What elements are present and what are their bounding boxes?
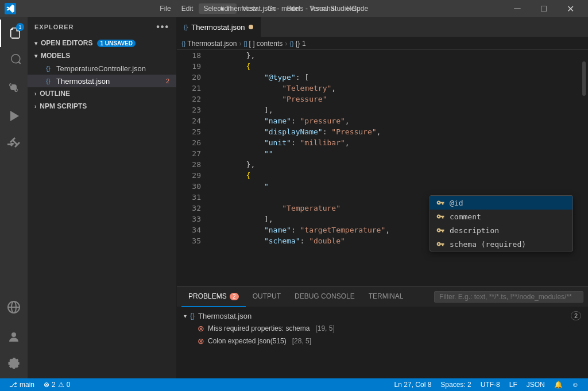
code-line: "" <box>206 148 580 159</box>
sidebar: EXPLORER ••• ▾ OPEN EDITORS 1 UNSAVED ▾ … <box>28 17 177 378</box>
activity-source-control[interactable] <box>0 75 28 102</box>
code-line: "unit": "millibar", <box>206 137 580 148</box>
npm-chevron: › <box>34 103 36 110</box>
window-controls: ─ □ ✕ <box>504 0 583 17</box>
autocomplete-text: schema (required) <box>450 240 526 249</box>
menu-file[interactable]: File <box>155 3 175 14</box>
editor-content[interactable]: 181920212223242526272829303132333435 }, … <box>177 50 588 287</box>
error-icon-0: ⊗ <box>198 324 204 333</box>
models-chevron: ▾ <box>34 53 37 59</box>
panel-tab-output[interactable]: OUTPUT <box>246 287 288 307</box>
autocomplete-icon <box>436 212 445 221</box>
error-badge: 2 <box>166 78 169 84</box>
breadcrumb-contents[interactable]: [] [ ] contents <box>243 40 283 48</box>
tab-label: Thermostat.json <box>191 23 245 32</box>
filter-input[interactable] <box>434 291 583 303</box>
open-editors-chevron: ▾ <box>34 40 37 47</box>
status-right: Ln 27, Col 8 Spaces: 2 UTF-8 LF JSON 🔔 ☺ <box>390 378 583 391</box>
status-cursor[interactable]: Ln 27, Col 8 <box>390 378 436 391</box>
group-json-icon: {} <box>190 312 195 320</box>
activity-settings[interactable] <box>0 351 28 378</box>
panel-tab-debug-console[interactable]: DEBUG CONSOLE <box>288 287 362 307</box>
status-git[interactable]: ⎇ main <box>5 378 39 391</box>
panel-filter[interactable] <box>434 291 583 303</box>
status-notifications[interactable]: 🔔 <box>550 378 567 391</box>
menu-edit[interactable]: Edit <box>177 3 198 14</box>
code-line: "Telemetry", <box>206 83 580 94</box>
close-button[interactable]: ✕ <box>557 0 583 17</box>
code-line: { <box>206 170 580 181</box>
outline-label: OUTLINE <box>40 90 70 98</box>
activity-extensions[interactable] <box>0 130 28 157</box>
group-chevron: ▾ <box>184 313 187 319</box>
file-name-thermostat: Thermostat.json <box>56 77 110 86</box>
activity-search[interactable] <box>0 47 28 75</box>
models-header[interactable]: ▾ MODELS <box>28 49 176 62</box>
autocomplete-item[interactable]: @id <box>430 196 572 210</box>
activity-remote[interactable] <box>0 293 28 321</box>
vscode-logo <box>5 3 16 14</box>
code-line: "Pressure" <box>206 94 580 104</box>
status-encoding[interactable]: UTF-8 <box>476 378 505 391</box>
panel-tab-terminal[interactable]: TERMINAL <box>362 287 411 307</box>
status-left: ⎇ main ⊗ 2 ⚠ 0 <box>5 378 75 391</box>
main-container: 1 EXPLORER ••• ▾ <box>0 17 588 378</box>
warning-icon: ⚠ <box>58 381 64 389</box>
vertical-scrollbar[interactable] <box>580 50 588 287</box>
sidebar-section: ▾ OPEN EDITORS 1 UNSAVED ▾ MODELS {} Tem… <box>28 37 176 378</box>
outline-header[interactable]: › OUTLINE <box>28 87 176 100</box>
problem-item-1[interactable]: ⊗ Colon expected json(515) [28, 5] <box>177 335 588 347</box>
npm-scripts-header[interactable]: › NPM SCRIPTS <box>28 100 176 113</box>
breadcrumb-file[interactable]: {} Thermostat.json <box>181 40 237 48</box>
maximize-button[interactable]: □ <box>531 0 557 17</box>
problem-text-0: Miss required properties: schema <box>208 324 310 332</box>
tab-thermostat[interactable]: {} Thermostat.json <box>177 17 261 37</box>
autocomplete-item[interactable]: description <box>430 223 572 237</box>
activity-explorer[interactable]: 1 <box>0 20 28 47</box>
status-feedback[interactable]: ☺ <box>567 378 583 391</box>
code-line: }, <box>206 159 580 170</box>
problems-badge: 2 <box>230 293 239 300</box>
status-spaces[interactable]: Spaces: 2 <box>436 378 475 391</box>
problem-text-1: Colon expected json(515) <box>208 337 287 345</box>
autocomplete-dropdown[interactable]: @idcommentdescriptionschema (required) <box>430 195 573 251</box>
json-file-icon: {} <box>44 64 53 73</box>
editor-and-panel: 181920212223242526272829303132333435 }, … <box>177 50 588 378</box>
svg-point-3 <box>11 332 16 337</box>
panel-tab-problems[interactable]: PROBLEMS 2 <box>181 287 246 307</box>
activity-run[interactable] <box>0 102 28 130</box>
code-line: ], <box>206 104 580 115</box>
breadcrumb-item-1[interactable]: {} {} 1 <box>289 40 305 48</box>
breadcrumb-file-icon: {} <box>181 40 185 47</box>
problem-group-thermostat: ▾ {} Thermostat.json 2 ⊗ Miss required p… <box>177 309 588 347</box>
open-editors-header[interactable]: ▾ OPEN EDITORS 1 UNSAVED <box>28 37 176 49</box>
panel-tabs: PROBLEMS 2 OUTPUT DEBUG CONSOLE TERMINAL <box>177 287 588 307</box>
activity-account[interactable] <box>0 323 28 351</box>
problem-group-header[interactable]: ▾ {} Thermostat.json 2 <box>177 309 588 322</box>
file-temperature-controller[interactable]: {} TemperatureController.json <box>28 62 176 75</box>
file-name-temperature-controller: TemperatureController.json <box>56 64 146 73</box>
smiley-icon: ☺ <box>572 381 579 389</box>
error-count-icon: ⊗ <box>44 381 49 389</box>
code-line: { <box>206 61 580 72</box>
problem-item-0[interactable]: ⊗ Miss required properties: schema [19, … <box>177 322 588 335</box>
sidebar-more-icon[interactable]: ••• <box>156 22 169 32</box>
autocomplete-text: comment <box>450 212 481 221</box>
line-numbers: 181920212223242526272829303132333435 <box>177 50 206 287</box>
autocomplete-item[interactable]: schema (required) <box>430 237 572 251</box>
status-language[interactable]: JSON <box>522 378 550 391</box>
minimize-button[interactable]: ─ <box>504 0 531 17</box>
file-thermostat[interactable]: {} Thermostat.json 2 <box>28 75 176 87</box>
breadcrumb-sep-2: › <box>285 40 287 48</box>
breadcrumb-obj-icon: {} <box>289 40 293 47</box>
models-label: MODELS <box>41 52 70 60</box>
autocomplete-icon <box>436 239 445 249</box>
autocomplete-item[interactable]: comment <box>430 210 572 223</box>
status-errors[interactable]: ⊗ 2 ⚠ 0 <box>39 378 75 391</box>
tab-modified-dot <box>249 25 253 29</box>
status-eol[interactable]: LF <box>505 378 522 391</box>
code-line: " <box>206 181 580 192</box>
git-branch-icon: ⎇ <box>9 381 17 389</box>
titlebar-left <box>5 3 16 14</box>
autocomplete-text: @id <box>450 199 463 207</box>
